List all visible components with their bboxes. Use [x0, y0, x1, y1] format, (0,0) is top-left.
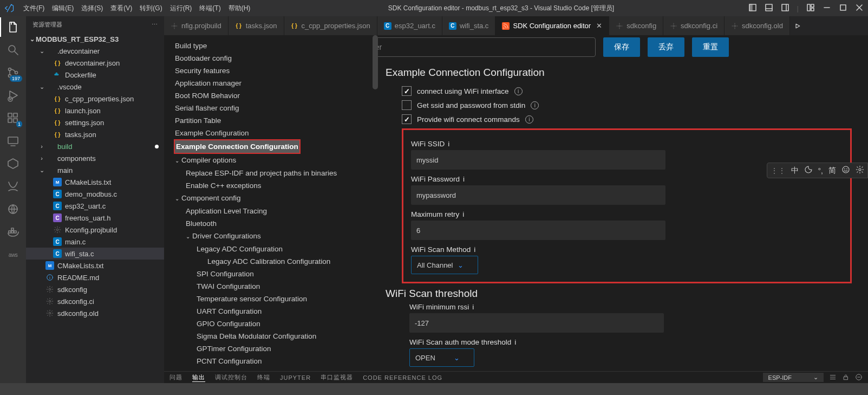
tab-wifi_sta-c[interactable]: Cwifi_sta.c — [442, 16, 495, 35]
activity-espressif[interactable] — [5, 156, 21, 171]
row-provide-commands[interactable]: Provide wifi connect commandsi — [386, 112, 852, 126]
reset-button[interactable]: 重置 — [692, 37, 729, 57]
wifi-password-input[interactable] — [411, 185, 665, 205]
toc-item[interactable]: Temperature sensor Configuration — [164, 293, 378, 305]
toc-item[interactable]: Partition Table — [164, 114, 378, 127]
toc-item[interactable]: Sigma Delta Modulator Configuration — [164, 330, 378, 342]
toc-item[interactable]: Serial flasher config — [164, 102, 378, 114]
info-icon[interactable]: i — [514, 87, 523, 95]
tree-file[interactable]: sdkconfig — [26, 283, 164, 295]
tree-file[interactable]: { }tasks.json — [26, 128, 164, 140]
toc-item[interactable]: Bootloader config — [164, 52, 378, 64]
tree-file[interactable]: Cdemo_modbus.c — [26, 188, 164, 200]
tab-esp32_uart-c[interactable]: Cesp32_uart.c — [377, 16, 442, 35]
minimize-icon[interactable] — [823, 3, 831, 14]
ime-floating-bar[interactable]: ⋮⋮ 中 °, 简 — [767, 163, 869, 178]
info-icon[interactable]: i — [448, 140, 449, 148]
menu-edit[interactable]: 编辑(E) — [48, 4, 77, 13]
menu-go[interactable]: 转到(G) — [136, 4, 166, 13]
toc-item[interactable]: Example Connection Configuration — [174, 139, 301, 154]
panel-settings-icon[interactable] — [829, 373, 837, 382]
ime-emoji-icon[interactable] — [841, 165, 850, 176]
ime-simplified[interactable]: 简 — [828, 166, 836, 176]
explorer-more-icon[interactable]: ⋯ — [152, 21, 158, 28]
max-retry-input[interactable] — [411, 221, 665, 240]
tree-folder[interactable]: ⌄.vscode — [26, 81, 164, 93]
panel-tab[interactable]: 调试控制台 — [215, 373, 247, 381]
scan-method-select[interactable]: All Channel⌄ — [411, 256, 478, 274]
tab-nfig-projbuild[interactable]: nfig.projbuild — [164, 16, 229, 35]
tab-sdkconfig[interactable]: sdkconfig — [609, 16, 663, 35]
panel-clear-icon[interactable] — [855, 373, 863, 382]
tree-file[interactable]: MCMakeLists.txt — [26, 176, 164, 188]
toc-item[interactable]: ⌄Driver Configurations — [164, 230, 378, 243]
activity-explorer[interactable] — [5, 20, 21, 35]
ime-punct-icon[interactable]: °, — [818, 166, 824, 175]
scrollbar-thumb[interactable] — [373, 35, 378, 89]
row-get-stdin[interactable]: Get ssid and password from stdini — [386, 98, 852, 112]
info-icon[interactable]: i — [525, 115, 533, 124]
toc-item[interactable]: RMT Configuration — [164, 367, 378, 371]
tree-folder[interactable]: ›components — [26, 152, 164, 164]
activity-aws-icon[interactable] — [5, 179, 21, 194]
toc-item[interactable]: GPIO Configuration — [164, 318, 378, 330]
toc-item[interactable]: Application Level Tracing — [164, 205, 378, 217]
activity-extensions[interactable]: 1 — [5, 111, 21, 126]
maximize-icon[interactable] — [839, 3, 847, 14]
activity-search[interactable] — [5, 42, 21, 57]
toc-item[interactable]: PCNT Configuration — [164, 355, 378, 367]
info-icon[interactable]: i — [462, 210, 464, 218]
menu-file[interactable]: 文件(F) — [19, 4, 48, 13]
toc-item[interactable]: Bluetooth — [164, 217, 378, 230]
activity-aws-text-icon[interactable]: aws — [5, 247, 21, 262]
row-connect-wifi[interactable]: connect using WiFi interfacei — [386, 84, 852, 98]
menu-terminal[interactable]: 终端(T) — [195, 4, 224, 13]
tab-sdkconfig-ci[interactable]: sdkconfig.ci — [663, 16, 725, 35]
tree-file[interactable]: { }launch.json — [26, 105, 164, 116]
toc-item[interactable]: Legacy ADC Calibration Configuration — [164, 255, 378, 268]
info-icon[interactable]: i — [531, 101, 539, 109]
toc-item[interactable]: Enable C++ exceptions — [164, 179, 378, 192]
panel-tab[interactable]: 终端 — [257, 373, 270, 381]
tree-file[interactable]: sdkconfig.old — [26, 307, 164, 319]
menu-help[interactable]: 帮助(H) — [225, 4, 254, 13]
activity-run[interactable] — [5, 88, 21, 103]
tab-sdk-configuration-editor[interactable]: SDK Configuration editor✕ — [495, 16, 609, 35]
toc-item[interactable]: GPTimer Configuration — [164, 342, 378, 355]
info-icon[interactable]: i — [474, 245, 475, 254]
tab-sdkconfig-old[interactable]: sdkconfig.old — [725, 16, 790, 35]
toc-item[interactable]: Build type — [164, 40, 378, 52]
tab-tasks-json[interactable]: { }tasks.json — [229, 16, 284, 35]
tabs-run-icon[interactable] — [790, 16, 805, 35]
toc-item[interactable]: ⌄Component config — [164, 192, 378, 205]
tree-file[interactable]: MCMakeLists.txt — [26, 260, 164, 271]
checkbox-icon[interactable] — [402, 100, 412, 110]
discard-button[interactable]: 丢弃 — [648, 37, 684, 57]
customize-layout-icon[interactable] — [806, 3, 815, 14]
tree-file[interactable]: Cwifi_sta.c — [26, 248, 164, 260]
drag-handle-icon[interactable]: ⋮⋮ — [771, 166, 786, 175]
info-icon[interactable]: i — [463, 175, 465, 183]
toc-item[interactable]: Application manager — [164, 77, 378, 89]
toc-item[interactable]: Replace ESP-IDF and project paths in bin… — [164, 167, 378, 179]
save-button[interactable]: 保存 — [603, 37, 640, 57]
menu-selection[interactable]: 选择(S) — [77, 4, 107, 13]
panel-lock-icon[interactable] — [842, 373, 850, 382]
toc-item[interactable]: Boot ROM Behavior — [164, 89, 378, 102]
tree-file[interactable]: { }c_cpp_properties.json — [26, 93, 164, 105]
menu-view[interactable]: 查看(V) — [107, 4, 136, 13]
panel-tab[interactable]: 输出 — [192, 373, 205, 382]
tree-file[interactable]: { }settings.json — [26, 116, 164, 128]
panel-target-select[interactable]: ESP-IDF⌄ — [763, 373, 824, 382]
tree-folder[interactable]: ⌄.devcontainer — [26, 45, 164, 57]
tab-c_cpp_properties-json[interactable]: { }c_cpp_properties.json — [284, 16, 377, 35]
tree-file[interactable]: Dockerfile — [26, 69, 164, 81]
tree-file[interactable]: sdkconfig.ci — [26, 295, 164, 307]
tree-file[interactable]: Cmain.c — [26, 236, 164, 248]
toc-item[interactable]: Example Configuration — [164, 127, 378, 139]
info-icon[interactable]: i — [514, 338, 516, 346]
layout-panel-icon[interactable] — [765, 3, 773, 14]
panel-tab[interactable]: 串口监视器 — [321, 373, 353, 381]
tree-file[interactable]: Cesp32_uart.c — [26, 200, 164, 212]
auth-mode-select[interactable]: OPEN⌄ — [409, 348, 474, 367]
